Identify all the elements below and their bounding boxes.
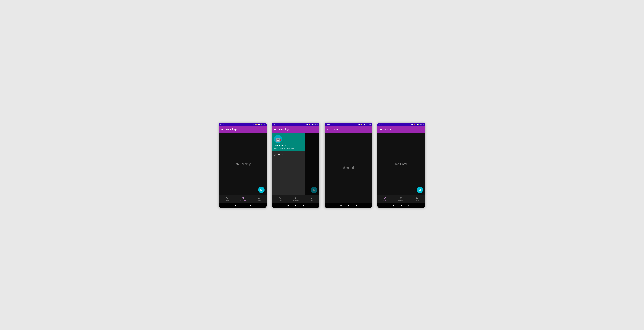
phone-screen-home: 09:27 S ▶ 🔕 ▾◀ 🔋 100% ☰ Home ⋮ Tab Home … [378, 123, 425, 208]
more-button-1[interactable]: ⋮ [262, 128, 265, 131]
back-button-3[interactable]: ← [326, 128, 330, 131]
signal-icon-2: S [306, 124, 307, 125]
nav-graph-1[interactable]: ▶ Graph [251, 195, 266, 203]
fab-1[interactable]: ✉ [258, 187, 264, 193]
square-sys-4[interactable]: ■ [408, 204, 410, 206]
nav-home-4[interactable]: ⊙ Home [378, 195, 393, 203]
bottom-nav-1: ⊙ Home ⊞ Readings ▶ Graph [219, 195, 266, 203]
back-sys-2[interactable]: ◀ [287, 204, 289, 206]
home-sys-1[interactable]: ● [242, 204, 244, 206]
drawer-about-item[interactable]: ⊙ About [272, 151, 305, 158]
wifi-icon-3: ▾◀ [363, 123, 365, 125]
drawer-avatar: 🤖 [274, 135, 282, 143]
phone-screen-readings: 08:56 S ▶ 🔕 ▾◀ 🔋 93% ☰ Readings ⋮ Tab Re… [219, 123, 266, 208]
status-bar-4: 09:27 S ▶ 🔕 ▾◀ 🔋 100% [378, 123, 425, 126]
nav-home-label-1: Home [225, 200, 229, 202]
hamburger-button-2[interactable]: ☰ [273, 128, 277, 131]
more-button-3[interactable]: ⋮ [367, 128, 371, 131]
signal-icon-1: S [253, 124, 254, 125]
nav-home-label-4: Home [384, 200, 387, 202]
battery-pct-1: 93% [262, 124, 265, 125]
status-icons-2: S ▶ 🔕 ▾◀ 🔋 93% [306, 123, 318, 125]
battery-pct-2: 93% [315, 124, 318, 125]
nav-home-icon-1: ⊙ [226, 197, 228, 200]
back-sys-1[interactable]: ◀ [234, 204, 236, 206]
phone-screen-drawer: 08:56 S ▶ 🔕 ▾◀ 🔋 93% ☰ Readings ⋮ 🤖 Andr… [272, 123, 320, 208]
hamburger-button-4[interactable]: ☰ [379, 128, 382, 131]
system-nav-2: ◀ ● ■ [272, 203, 320, 208]
mute-icon-1: 🔕 [256, 123, 258, 125]
main-content-1: Tab Readings ✉ [219, 133, 266, 195]
system-nav-1: ◀ ● ■ [219, 203, 266, 208]
status-icons-3: S ▶ 🔕 ▾◀ 🔋 100% [358, 123, 371, 125]
nav-home-1[interactable]: ⊙ Home [219, 195, 235, 203]
home-sys-2[interactable]: ● [295, 204, 296, 206]
square-sys-3[interactable]: ■ [356, 204, 357, 206]
app-title-4: Home [384, 128, 418, 131]
nav-readings-icon-2: ⊞ [294, 197, 297, 200]
bottom-nav-2: ⊙ Home ⊞ Readings ▶ Graph [272, 195, 320, 203]
square-sys-1[interactable]: ■ [250, 204, 251, 206]
nav-graph-icon-1: ▶ [258, 197, 260, 200]
mail-icon-1: ✉ [260, 188, 262, 191]
battery-icon-2: 🔋 [313, 123, 315, 125]
bottom-nav-4: ⊙ Home ⊞ Readings ▶ Graph [378, 195, 425, 203]
content-text-1: Tab Readings [234, 162, 252, 166]
status-icons-1: S ▶ 🔕 ▾◀ 🔋 93% [253, 123, 265, 125]
status-bar-3: 09:16 S ▶ 🔕 ▾◀ 🔋 100% [324, 123, 372, 126]
nav-readings-icon-1: ⊞ [242, 197, 244, 200]
mute-icon-3: 🔕 [361, 123, 362, 125]
nav-home-2[interactable]: ⊙ Home [272, 195, 288, 203]
nav-home-label-2: Home [278, 200, 282, 202]
back-sys-3[interactable]: ◀ [340, 204, 342, 206]
mute-icon-4: 🔕 [414, 123, 416, 125]
drawer-header: 🤖 Android Studio android.studio@android.… [272, 133, 305, 151]
more-button-4[interactable]: ⋮ [420, 128, 424, 131]
app-bar-3: ← About ⋮ [324, 126, 372, 133]
home-sys-4[interactable]: ● [401, 204, 402, 206]
nav-readings-1[interactable]: ⊞ Readings [235, 195, 251, 203]
battery-icon-3: 🔋 [365, 123, 367, 125]
nav-graph-4[interactable]: ▶ Graph [409, 195, 425, 203]
status-icons-4: S ▶ 🔕 ▾◀ 🔋 100% [411, 123, 424, 125]
android-logo-icon: 🤖 [275, 136, 281, 142]
back-sys-4[interactable]: ◀ [393, 204, 394, 206]
status-time-3: 09:16 [326, 123, 330, 125]
nav-graph-2[interactable]: ▶ Graph [304, 195, 320, 203]
status-time-2: 08:56 [273, 123, 277, 125]
nav-graph-label-4: Graph [415, 200, 419, 202]
drawer-user-email: android.studio@android.com [274, 147, 303, 149]
signal-icon-4: S [411, 124, 412, 125]
play-icon-4: ▶ [412, 123, 413, 125]
play-icon-3: ▶ [359, 123, 360, 125]
fab-4[interactable]: ✉ [416, 187, 423, 193]
camera-icon: ⊙ [274, 153, 276, 156]
nav-graph-icon-2: ▶ [310, 197, 312, 200]
nav-readings-label-4: Readings [398, 200, 404, 202]
phone-screen-about: 09:16 S ▶ 🔕 ▾◀ 🔋 100% ← About ⋮ About ◀ … [324, 123, 372, 208]
about-text: About [343, 165, 354, 170]
nav-graph-icon-4: ▶ [416, 197, 418, 200]
more-button-2[interactable]: ⋮ [314, 128, 318, 131]
status-bar-2: 08:56 S ▶ 🔕 ▾◀ 🔋 93% [272, 123, 320, 126]
content-text-4: Tab Home [395, 162, 408, 166]
nav-graph-label-2: Graph [310, 200, 314, 202]
home-sys-3[interactable]: ● [348, 204, 349, 206]
square-sys-2[interactable]: ■ [303, 204, 304, 206]
play-icon-1: ▶ [254, 123, 256, 125]
app-bar-4: ☰ Home ⋮ [378, 126, 425, 133]
battery-pct-3: 100% [367, 124, 371, 125]
nav-graph-label-1: Graph [257, 200, 261, 202]
nav-readings-2[interactable]: ⊞ Readings [288, 195, 304, 203]
nav-readings-label-2: Readings [293, 200, 298, 202]
wifi-icon-1: ▾◀ [258, 123, 260, 125]
nav-readings-label-1: Readings [240, 200, 246, 202]
battery-pct-4: 100% [420, 124, 424, 125]
mute-icon-2: 🔕 [309, 123, 310, 125]
play-icon-2: ▶ [307, 123, 308, 125]
hamburger-button-1[interactable]: ☰ [220, 128, 224, 131]
nav-readings-4[interactable]: ⊞ Readings [393, 195, 409, 203]
signal-icon-3: S [358, 124, 359, 125]
drawer-about-label: About [278, 153, 283, 156]
main-content-2: 🤖 Android Studio android.studio@android.… [272, 133, 320, 195]
